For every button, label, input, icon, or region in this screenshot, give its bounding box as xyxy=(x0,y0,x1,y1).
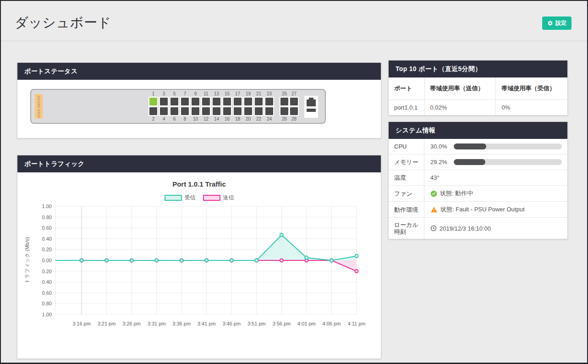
svg-text:3:41 pm: 3:41 pm xyxy=(198,321,216,326)
main-content: ポートステータス x510-28GSX 12345678910111213141… xyxy=(1,41,587,359)
port-column: 1718 xyxy=(233,91,242,121)
port-25[interactable] xyxy=(280,98,288,105)
port-8[interactable] xyxy=(181,107,189,115)
system-info-label: 動作環境 xyxy=(389,202,424,217)
port-number-label: 5 xyxy=(173,91,176,96)
port-1-active[interactable] xyxy=(149,98,157,105)
settings-button[interactable]: 設定 xyxy=(542,17,572,30)
port-3[interactable] xyxy=(160,98,168,105)
svg-text:0.60: 0.60 xyxy=(42,290,52,296)
svg-text:トラフィック (Mb/s): トラフィック (Mb/s) xyxy=(24,237,30,284)
port-17[interactable] xyxy=(234,98,242,105)
system-info-row: 温度43° xyxy=(389,170,567,186)
system-info-text: 43° xyxy=(430,174,440,181)
warning-triangle-icon xyxy=(430,206,438,213)
top-ports-column-header: 帯域使用率（受信） xyxy=(496,77,567,99)
port-number-label: 8 xyxy=(184,116,187,121)
port-number-label: 15 xyxy=(225,91,230,96)
page-header: ダッシュボード 設定 xyxy=(1,1,587,41)
port-column: 12 xyxy=(148,91,158,121)
top-ports-column-header: ポート xyxy=(389,77,424,99)
port-column: 1314 xyxy=(212,91,221,121)
port-pair-box xyxy=(191,97,200,116)
port-column: 2728 xyxy=(289,91,299,121)
port-9[interactable] xyxy=(192,98,199,105)
port-6[interactable] xyxy=(170,107,178,115)
port-column: 1920 xyxy=(243,91,253,121)
port-column: 78 xyxy=(180,91,190,121)
traffic-chart-body: Port 1.0.1 Traffic 受信 送信 1.000.800.600.4… xyxy=(17,172,381,358)
port-28[interactable] xyxy=(290,107,298,115)
port-status-card: ポートステータス x510-28GSX 12345678910111213141… xyxy=(17,62,381,138)
port-number-label: 6 xyxy=(173,116,176,121)
system-info-row: 動作環境状態: Fault - PSU Power Output xyxy=(389,202,567,218)
port-number-label: 16 xyxy=(225,116,230,121)
port-pair-box xyxy=(233,97,242,116)
port-12[interactable] xyxy=(202,107,210,115)
port-21[interactable] xyxy=(255,98,263,105)
port-number-label: 21 xyxy=(256,91,261,96)
port-traffic-header: ポートトラフィック xyxy=(17,155,381,172)
port-10[interactable] xyxy=(192,107,199,115)
system-info-label: ローカル時刻 xyxy=(389,218,424,239)
port-4[interactable] xyxy=(160,107,168,115)
ports-area: 123456789101112131415161718192021222324 … xyxy=(148,91,318,121)
chart-title: Port 1.0.1 Traffic xyxy=(17,180,381,188)
gear-icon xyxy=(547,20,553,26)
port-14[interactable] xyxy=(213,107,220,115)
svg-text:3:56 pm: 3:56 pm xyxy=(272,321,291,326)
svg-text:1.00: 1.00 xyxy=(42,312,52,317)
port-13[interactable] xyxy=(213,98,220,105)
svg-text:0.80: 0.80 xyxy=(42,215,52,220)
system-info-text: 状態: Fault - PSU Power Output xyxy=(440,205,525,214)
port-number-label: 13 xyxy=(214,91,219,96)
port-number-label: 2 xyxy=(152,116,155,121)
svg-text:3:16 pm: 3:16 pm xyxy=(72,321,91,326)
legend-swatch-send xyxy=(203,195,220,201)
switch-device: x510-28GSX 12345678910111213141516171819… xyxy=(30,89,326,124)
port-16[interactable] xyxy=(223,107,231,115)
port-19[interactable] xyxy=(244,98,252,105)
port-27[interactable] xyxy=(290,98,298,105)
system-info-value: 43° xyxy=(424,170,567,185)
svg-text:4:01 pm: 4:01 pm xyxy=(297,321,316,326)
settings-button-label: 設定 xyxy=(555,19,566,27)
port-24[interactable] xyxy=(265,107,273,115)
port-number-label: 11 xyxy=(203,91,208,96)
port-number-label: 3 xyxy=(163,91,165,96)
port-15[interactable] xyxy=(223,98,231,105)
svg-text:0.60: 0.60 xyxy=(42,225,52,231)
system-info-label: CPU xyxy=(389,139,424,154)
port-23[interactable] xyxy=(265,98,273,105)
system-info-label: メモリー xyxy=(389,154,424,170)
svg-text:0.20: 0.20 xyxy=(42,269,52,274)
svg-text:1.00: 1.00 xyxy=(42,204,52,209)
system-info-header: システム情報 xyxy=(389,122,567,139)
port-number-label: 4 xyxy=(163,116,165,121)
port-column: 910 xyxy=(191,91,200,121)
svg-text:3:31 pm: 3:31 pm xyxy=(148,321,166,326)
port-number-label: 26 xyxy=(282,116,287,121)
system-info-value: 30.0% xyxy=(424,139,567,154)
svg-text:4:06 pm: 4:06 pm xyxy=(323,321,341,326)
system-info-text: 30.0% xyxy=(430,143,447,150)
check-circle-icon xyxy=(430,190,437,197)
legend-item-send[interactable]: 送信 xyxy=(203,194,234,202)
svg-text:3:26 pm: 3:26 pm xyxy=(122,321,141,326)
table-row: port1.0.10.02%0% xyxy=(389,99,567,115)
svg-text:4:11 pm: 4:11 pm xyxy=(348,321,366,326)
port-26[interactable] xyxy=(280,107,288,115)
legend-item-receive[interactable]: 受信 xyxy=(165,194,196,202)
port-2[interactable] xyxy=(149,107,157,115)
usage-bar xyxy=(454,143,562,149)
port-5[interactable] xyxy=(170,98,178,105)
port-number-label: 9 xyxy=(194,91,197,96)
port-18[interactable] xyxy=(234,107,242,115)
system-info-label: 温度 xyxy=(389,170,424,185)
port-7[interactable] xyxy=(181,98,189,105)
port-20[interactable] xyxy=(244,107,252,115)
legend-swatch-receive xyxy=(165,195,182,201)
port-pair-box xyxy=(212,97,221,116)
port-22[interactable] xyxy=(255,107,263,115)
port-11[interactable] xyxy=(202,98,210,105)
